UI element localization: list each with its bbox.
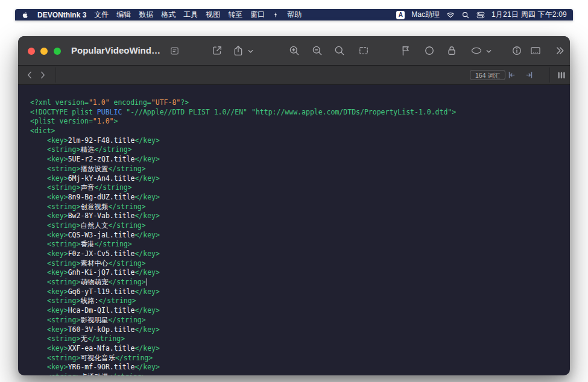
wifi-icon	[446, 11, 455, 19]
code-line: <string>可视化音乐</string>	[30, 354, 558, 363]
code-line: <string>萌物萌宠</string>	[30, 278, 558, 287]
forward-button[interactable]	[37, 70, 48, 80]
lightning-icon	[273, 11, 279, 19]
code-line: <?xml version="1.0" encoding="UTF-8"?>	[30, 98, 558, 108]
menu-bar-status: A Mac助理 1月21日 周四 下午2:09	[396, 10, 567, 20]
column-view-button[interactable]	[556, 70, 567, 81]
devonthink-window: PopularVideoWind…	[18, 36, 570, 375]
open-in-new-window-button[interactable]	[211, 45, 223, 57]
search-icon	[461, 11, 470, 19]
menu-item-file[interactable]: 文件	[94, 10, 109, 20]
zoom-in-icon	[288, 45, 300, 57]
menu-item-tools[interactable]: 工具	[183, 10, 198, 20]
share-button[interactable]	[232, 45, 244, 57]
menu-item-window[interactable]: 窗口	[250, 10, 265, 20]
previous-document-button[interactable]	[507, 70, 516, 80]
divider	[55, 67, 56, 83]
clock-status[interactable]: 1月21日 周四 下午2:09	[492, 10, 567, 20]
app-menu[interactable]: DEVONthink 3	[37, 11, 86, 19]
xml-editor[interactable]: <?xml version="1.0" encoding="UTF-8"?><!…	[18, 85, 570, 375]
apple-icon	[21, 11, 30, 19]
back-button[interactable]	[25, 70, 35, 80]
code-line: <key>YR6-mf-9OR.title</key>	[30, 363, 558, 372]
screen: DEVONthink 3 文件编辑数据格式工具视图转至窗口 帮助 A Mac助理	[0, 0, 588, 382]
next-document-icon	[525, 70, 534, 80]
chevron-left-icon	[25, 70, 35, 80]
chevron-down-icon	[248, 49, 253, 54]
input-method-status[interactable]: A	[396, 11, 405, 19]
menu-bar-left: DEVONthink 3 文件编辑数据格式工具视图转至窗口 帮助	[21, 10, 302, 20]
word-count-badge[interactable]: 164 词汇	[470, 70, 505, 80]
code-line: <key>2lm-92-F48.title</key>	[30, 136, 558, 146]
divider	[549, 67, 550, 83]
text-cursor	[147, 278, 148, 286]
menu-items: 文件编辑数据格式工具视图转至窗口	[94, 10, 265, 20]
lock-icon	[446, 45, 458, 57]
editing-bar-button[interactable]	[530, 45, 542, 57]
code-line: <key>5UE-r2-zQI.title</key>	[30, 155, 558, 164]
toolbar-overflow-button[interactable]	[554, 45, 566, 57]
apple-menu[interactable]	[21, 11, 30, 19]
code-line: <string>创意视频</string>	[30, 202, 558, 212]
zoom-out-icon	[311, 45, 323, 57]
code-line: <string>香港</string>	[30, 240, 558, 249]
navigation-bar: 164 词汇	[18, 66, 570, 85]
code-line: <string>线路:</string>	[30, 296, 558, 306]
flag-icon	[400, 45, 412, 57]
code-line: <string>声音</string>	[30, 183, 558, 193]
control-center-status[interactable]	[476, 11, 485, 19]
document-proxy-icon	[169, 46, 180, 56]
control-center-icon	[476, 11, 485, 19]
chevron-down-icon	[486, 49, 492, 54]
menu-item-edit[interactable]: 编辑	[116, 10, 131, 20]
columns-icon	[556, 70, 567, 81]
code-line: <string>无</string>	[30, 334, 558, 344]
info-button[interactable]	[511, 45, 523, 57]
code-line: <!DOCTYPE plist PUBLIC "-//Apple//DTD PL…	[30, 108, 558, 117]
spotlight-status[interactable]	[461, 11, 470, 19]
share-menu-button[interactable]	[248, 49, 253, 54]
code-line: <string>播放设置</string>	[30, 164, 558, 174]
code-line: <key>F0z-JX-Cv5.title</key>	[30, 249, 558, 259]
code-line: <string>自然人文</string>	[30, 221, 558, 231]
minimize-button[interactable]	[40, 48, 48, 55]
code-line: <key>T60-3V-kOp.title</key>	[30, 325, 558, 335]
flag-button[interactable]	[400, 45, 412, 57]
code-line: <key>XXF-ea-Nfa.title</key>	[30, 344, 558, 354]
previous-document-icon	[507, 70, 516, 80]
label-oval-icon	[470, 45, 482, 57]
chevron-right-icon	[37, 70, 48, 80]
fullscreen-button[interactable]	[54, 48, 61, 55]
menu-item-data[interactable]: 数据	[139, 10, 153, 20]
label-button[interactable]	[470, 45, 482, 57]
code-line: <key>Hca-Dm-QIl.title</key>	[30, 306, 558, 316]
window-titlebar[interactable]: PopularVideoWind…	[18, 36, 570, 66]
code-line: <dict>	[30, 127, 558, 136]
code-line: <key>Gnh-Ki-jQ7.title</key>	[30, 268, 558, 278]
label-menu-button[interactable]	[486, 49, 492, 54]
scripts-menu[interactable]	[273, 11, 279, 19]
code-line: <string>精选</string>	[30, 145, 558, 155]
mark-circle-button[interactable]	[423, 45, 435, 57]
select-rectangle-button[interactable]	[358, 45, 370, 57]
lock-button[interactable]	[446, 45, 458, 57]
open-in-new-window-icon	[211, 45, 223, 57]
wifi-status[interactable]	[446, 11, 455, 19]
document-proxy-button[interactable]	[169, 46, 180, 56]
selection-rectangle-icon	[358, 45, 370, 57]
zoom-reset-button[interactable]	[334, 45, 346, 57]
zoom-out-button[interactable]	[311, 45, 323, 57]
help-menu[interactable]: 帮助	[287, 10, 302, 20]
menu-item-go[interactable]: 转至	[228, 10, 242, 20]
menu-item-format[interactable]: 格式	[161, 10, 175, 20]
menu-bar: DEVONthink 3 文件编辑数据格式工具视图转至窗口 帮助 A Mac助理	[15, 9, 573, 20]
code-line: <string>素材中心</string>	[30, 259, 558, 269]
circle-icon	[423, 45, 435, 57]
next-document-button[interactable]	[525, 70, 534, 80]
code-line: <string>卡通动漫</string>	[30, 372, 558, 375]
assistant-status[interactable]: Mac助理	[411, 10, 440, 20]
menu-item-view[interactable]: 视图	[206, 10, 220, 20]
code-line: <key>6Mj-kY-An4.title</key>	[30, 174, 558, 184]
close-button[interactable]	[28, 48, 35, 55]
zoom-in-button[interactable]	[288, 45, 300, 57]
